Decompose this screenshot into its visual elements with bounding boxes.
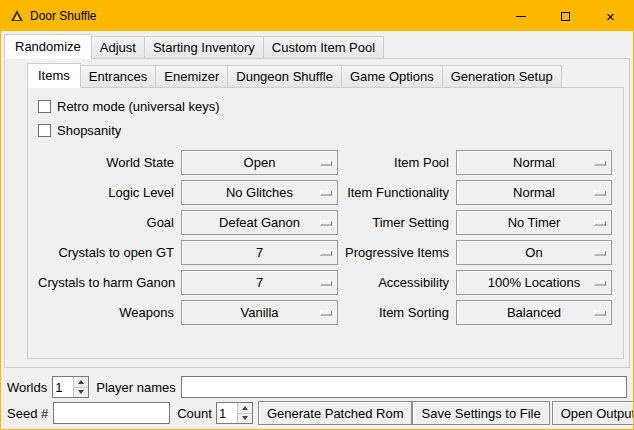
player-names-input[interactable] xyxy=(181,376,627,398)
bottom-bar: Worlds Player names Seed # Count xyxy=(1,375,633,425)
timer-setting-value: No Timer xyxy=(508,215,561,230)
spin-up-button[interactable] xyxy=(74,377,88,387)
tab-starting-inventory[interactable]: Starting Inventory xyxy=(144,36,264,59)
sub-tabs: Items Entrances Enemizer Dungeon Shuffle… xyxy=(5,59,629,88)
seed-row: Seed # Count Generate Patched Rom Save S… xyxy=(7,401,627,425)
close-icon: × xyxy=(606,9,615,24)
open-output-directory-button[interactable]: Open Output Directory xyxy=(552,401,634,425)
worlds-row: Worlds Player names xyxy=(7,375,627,399)
arrow-up-icon xyxy=(242,406,248,410)
worlds-input[interactable] xyxy=(53,377,73,397)
item-pool-label: Item Pool xyxy=(345,155,449,170)
item-pool-value: Normal xyxy=(513,155,555,170)
window-title: Door Shuffle xyxy=(30,9,97,23)
item-functionality-value: Normal xyxy=(513,185,555,200)
tab-randomize[interactable]: Randomize xyxy=(4,34,92,59)
dropdown-indicator-icon xyxy=(594,310,606,315)
maximize-button[interactable] xyxy=(543,1,588,31)
save-settings-button[interactable]: Save Settings to File xyxy=(412,401,549,425)
accessibility-dropdown[interactable]: 100% Locations xyxy=(456,270,612,295)
crystals-ganon-dropdown[interactable]: 7 xyxy=(181,270,338,295)
crystals-gt-value: 7 xyxy=(256,245,263,260)
progressive-items-value: On xyxy=(525,245,542,260)
timer-setting-label: Timer Setting xyxy=(345,215,449,230)
shopsanity-checkbox[interactable] xyxy=(38,124,51,137)
weapons-dropdown[interactable]: Vanilla xyxy=(181,300,338,325)
item-sorting-value: Balanced xyxy=(507,305,561,320)
goal-dropdown[interactable]: Defeat Ganon xyxy=(181,210,338,235)
arrow-down-icon xyxy=(78,390,84,394)
dropdown-indicator-icon xyxy=(320,310,332,315)
dropdown-indicator-icon xyxy=(594,190,606,195)
seed-label: Seed # xyxy=(7,406,48,421)
progressive-items-dropdown[interactable]: On xyxy=(456,240,612,265)
dropdown-indicator-icon xyxy=(594,280,606,285)
count-input[interactable] xyxy=(217,403,237,423)
tab-generation-setup[interactable]: Generation Setup xyxy=(442,65,562,88)
dropdown-indicator-icon xyxy=(320,160,332,165)
crystals-gt-label: Crystals to open GT xyxy=(38,245,174,260)
item-sorting-dropdown[interactable]: Balanced xyxy=(456,300,612,325)
goal-value: Defeat Ganon xyxy=(219,215,300,230)
tab-adjust[interactable]: Adjust xyxy=(91,36,145,59)
dropdown-indicator-icon xyxy=(594,220,606,225)
tab-game-options[interactable]: Game Options xyxy=(341,65,443,88)
dropdown-indicator-icon xyxy=(320,250,332,255)
logic-level-label: Logic Level xyxy=(38,185,174,200)
tab-entrances[interactable]: Entrances xyxy=(80,65,157,88)
arrow-up-icon xyxy=(78,380,84,384)
tab-custom-item-pool[interactable]: Custom Item Pool xyxy=(263,36,384,59)
shopsanity-row[interactable]: Shopsanity xyxy=(38,118,619,142)
logic-level-value: No Glitches xyxy=(226,185,293,200)
item-functionality-dropdown[interactable]: Normal xyxy=(456,180,612,205)
count-spin-arrows xyxy=(237,403,252,423)
world-state-label: World State xyxy=(38,155,174,170)
items-pane: Retro mode (universal keys) Shopsanity W… xyxy=(27,87,624,359)
progressive-items-label: Progressive Items xyxy=(345,245,449,260)
worlds-label: Worlds xyxy=(7,380,47,395)
logic-level-dropdown[interactable]: No Glitches xyxy=(181,180,338,205)
options-grid: World State Open Item Pool Normal Logic … xyxy=(38,150,619,325)
tab-items[interactable]: Items xyxy=(27,63,81,88)
worlds-spinbox[interactable] xyxy=(52,376,89,398)
randomize-pane: Items Entrances Enemizer Dungeon Shuffle… xyxy=(4,58,630,368)
door-shuffle-window: Door Shuffle × Randomize Adjust Starting… xyxy=(0,0,634,430)
world-state-dropdown[interactable]: Open xyxy=(181,150,338,175)
player-names-label: Player names xyxy=(96,380,175,395)
accessibility-value: 100% Locations xyxy=(488,275,581,290)
spin-down-button[interactable] xyxy=(74,387,88,398)
dropdown-indicator-icon xyxy=(320,220,332,225)
item-functionality-label: Item Functionality xyxy=(345,185,449,200)
tab-enemizer[interactable]: Enemizer xyxy=(155,65,228,88)
main-tabs: Randomize Adjust Starting Inventory Cust… xyxy=(1,31,633,59)
close-button[interactable]: × xyxy=(588,1,633,31)
titlebar[interactable]: Door Shuffle × xyxy=(1,1,633,31)
seed-input[interactable] xyxy=(53,402,170,424)
count-label: Count xyxy=(177,406,212,421)
generate-patched-rom-button[interactable]: Generate Patched Rom xyxy=(258,401,413,425)
shopsanity-label: Shopsanity xyxy=(57,123,121,138)
weapons-value: Vanilla xyxy=(240,305,278,320)
goal-label: Goal xyxy=(38,215,174,230)
crystals-gt-dropdown[interactable]: 7 xyxy=(181,240,338,265)
world-state-value: Open xyxy=(244,155,276,170)
timer-setting-dropdown[interactable]: No Timer xyxy=(456,210,612,235)
worlds-spin-arrows xyxy=(73,377,88,397)
minimize-icon xyxy=(516,16,526,17)
item-sorting-label: Item Sorting xyxy=(345,305,449,320)
minimize-button[interactable] xyxy=(498,1,543,31)
dropdown-indicator-icon xyxy=(320,280,332,285)
spin-down-button[interactable] xyxy=(238,413,252,424)
app-icon xyxy=(9,8,25,24)
spin-up-button[interactable] xyxy=(238,403,252,413)
item-pool-dropdown[interactable]: Normal xyxy=(456,150,612,175)
dropdown-indicator-icon xyxy=(320,190,332,195)
arrow-down-icon xyxy=(242,416,248,420)
retro-mode-row[interactable]: Retro mode (universal keys) xyxy=(38,94,619,118)
retro-mode-label: Retro mode (universal keys) xyxy=(57,99,220,114)
dropdown-indicator-icon xyxy=(594,250,606,255)
tab-dungeon-shuffle[interactable]: Dungeon Shuffle xyxy=(227,65,342,88)
retro-mode-checkbox[interactable] xyxy=(38,100,51,113)
count-spinbox[interactable] xyxy=(216,402,253,424)
maximize-icon xyxy=(561,12,570,21)
